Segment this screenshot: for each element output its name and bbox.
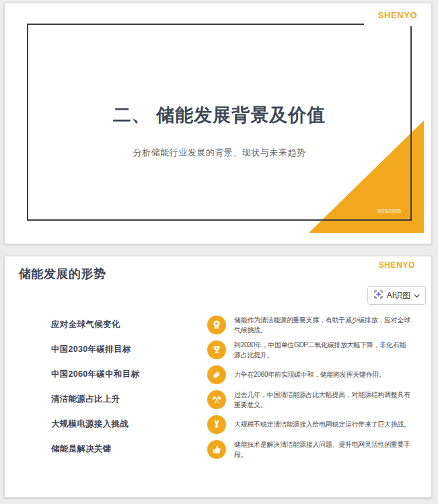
list-item: 储能是解决关键 储能技术是解决清洁能源接入问题、提升电网灵活性的重要手段。 <box>51 437 410 462</box>
item-label: 应对全球气候变化 <box>51 319 207 330</box>
trophy-icon <box>207 340 226 359</box>
list-item: 清洁能源占比上升 过去几年，中国清洁能源占比大幅提高，对能源结构调整具有重要意义… <box>51 387 410 412</box>
slide-date: 5/15/2025 <box>377 208 401 214</box>
item-description: 储能作为清洁能源的重要支撑，有助于减少碳排放，应对全球气候挑战。 <box>234 315 410 335</box>
item-label: 中国2030年碳排目标 <box>51 344 207 355</box>
item-label: 中国2060年碳中和目标 <box>51 369 207 380</box>
section-title: 二、 储能发展背景及价值 <box>28 103 410 127</box>
tag-icon <box>207 365 226 384</box>
thumbs-up-icon <box>207 440 226 459</box>
slide-1[interactable]: 二、 储能发展背景及价值 分析储能行业发展的背景、现状与未来趋势 5/15/20… <box>4 3 432 244</box>
crossed-flags-icon <box>207 390 226 409</box>
brand-logo: SHENYO <box>378 10 418 20</box>
item-label: 大规模电源接入挑战 <box>51 419 207 430</box>
logo-box: SHENYO <box>364 3 431 26</box>
slide-2[interactable]: 储能发展的形势 SHENYO AI识图 应对全球气候变化 <box>4 256 432 498</box>
list-item: 大规模电源接入挑战 大规模不稳定清洁能源接入给电网稳定运行带来了巨大挑战。 <box>51 412 410 437</box>
ai-button-label: AI识图 <box>387 290 410 301</box>
feature-list: 应对全球气候变化 储能作为清洁能源的重要支撑，有助于减少碳排放，应对全球气候挑战… <box>51 312 410 462</box>
item-description: 到2030年，中国单位GDP二氧化碳排放大幅下降，非化石能源占比提升。 <box>234 340 410 360</box>
section-subtitle: 分析储能行业发展的背景、现状与未来趋势 <box>28 147 410 159</box>
item-description: 大规模不稳定清洁能源接入给电网稳定运行带来了巨大挑战。 <box>234 419 410 429</box>
page-title: 储能发展的形势 <box>19 266 106 282</box>
ai-recognize-button[interactable]: AI识图 <box>367 286 426 305</box>
title-frame: 二、 储能发展背景及价值 分析储能行业发展的背景、现状与未来趋势 <box>27 24 412 221</box>
medal-star-icon <box>207 415 226 434</box>
item-description: 过去几年，中国清洁能源占比大幅提高，对能源结构调整具有重要意义。 <box>234 390 410 410</box>
item-description: 储能技术是解决清洁能源接入问题、提升电网灵活性的重要手段。 <box>234 439 410 460</box>
item-description: 力争在2060年前实现碳中和，储能将发挥关键作用。 <box>234 369 410 380</box>
item-label: 储能是解决关键 <box>51 443 207 455</box>
list-item: 中国2060年碳中和目标 力争在2060年前实现碳中和，储能将发挥关键作用。 <box>51 362 410 387</box>
list-item: 应对全球气候变化 储能作为清洁能源的重要支撑，有助于减少碳排放，应对全球气候挑战… <box>51 312 410 337</box>
chevron-down-icon[interactable] <box>414 291 420 300</box>
item-label: 清洁能源占比上升 <box>51 394 207 405</box>
brand-logo: SHENYO <box>379 260 415 270</box>
award-medal-icon <box>207 316 226 334</box>
list-item: 中国2030年碳排目标 到2030年，中国单位GDP二氧化碳排放大幅下降，非化石… <box>51 337 410 362</box>
scan-sparkle-icon <box>373 289 384 301</box>
